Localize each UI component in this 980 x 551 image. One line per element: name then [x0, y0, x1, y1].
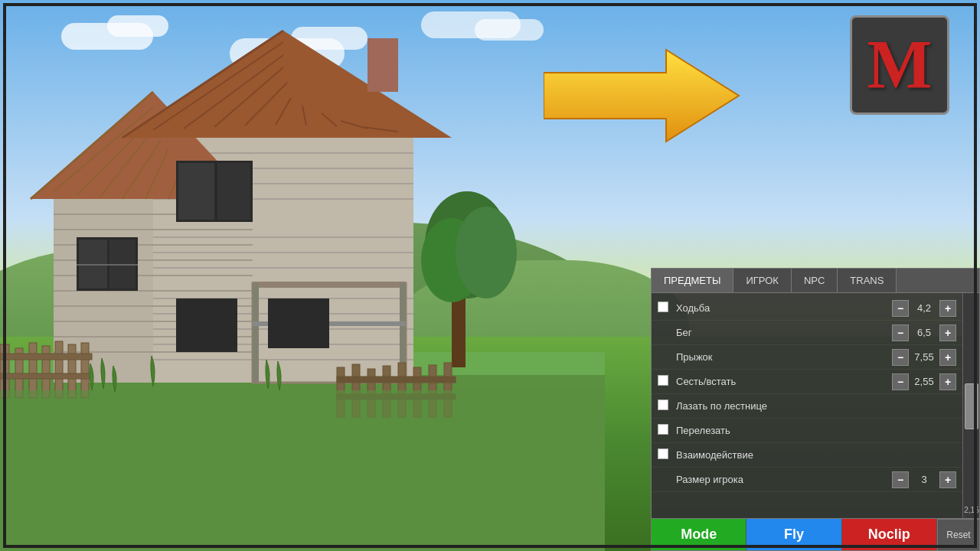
bottom-buttons-row: Mode Fly Noclip Reset	[652, 518, 979, 550]
plus-btn-run[interactable]: +	[939, 324, 956, 341]
svg-rect-58	[217, 163, 250, 220]
noclip-button[interactable]: Noclip	[842, 519, 937, 550]
param-row-sit: Сесть/встать−2,55+	[652, 370, 962, 394]
minus-btn-run[interactable]: −	[892, 324, 909, 341]
param-label-jump: Прыжок	[673, 351, 892, 363]
svg-point-65	[456, 207, 517, 298]
panel-content: Ходьба−4,2+Бег−6,5+Прыжок−7,55+Сесть/вст…	[652, 293, 962, 518]
svg-rect-66	[0, 344, 9, 398]
param-row-jump: Прыжок−7,55+	[652, 345, 962, 370]
arrow-svg	[544, 38, 743, 153]
svg-marker-86	[544, 50, 739, 142]
checkbox-ladder[interactable]	[658, 399, 668, 410]
plus-btn-sit[interactable]: +	[939, 373, 956, 390]
param-value-sit: 2,55	[909, 376, 939, 387]
svg-rect-57	[178, 163, 214, 220]
tab-trans[interactable]: TRANS	[838, 269, 897, 292]
svg-rect-49	[253, 283, 259, 383]
svg-rect-83	[337, 377, 456, 383]
svg-rect-72	[81, 343, 89, 398]
param-row-interact: Взаимодействие	[652, 443, 962, 468]
checkbox-walking[interactable]	[658, 302, 668, 312]
param-value-jump: 7,55	[909, 351, 939, 363]
tab-igrok[interactable]: ИГРОК	[733, 269, 791, 292]
plus-btn-size[interactable]: +	[939, 471, 956, 488]
param-row-ladder: Лазать по лестнице	[652, 394, 962, 419]
param-row-walking: Ходьба−4,2+	[652, 296, 962, 321]
checkbox-sit[interactable]	[658, 375, 668, 386]
svg-marker-36	[122, 31, 452, 138]
logo-box: M	[850, 15, 949, 115]
checkbox-interact[interactable]	[658, 448, 668, 459]
tab-npc[interactable]: NPC	[792, 269, 838, 292]
svg-rect-70	[55, 341, 63, 398]
param-row-run: Бег−6,5+	[652, 321, 962, 345]
svg-rect-68	[29, 343, 37, 398]
plus-btn-jump[interactable]: +	[939, 349, 956, 366]
svg-rect-74	[0, 373, 92, 379]
minus-btn-sit[interactable]: −	[892, 373, 909, 390]
svg-rect-59	[176, 298, 237, 352]
fly-button[interactable]: Fly	[746, 519, 841, 550]
param-row-size: Размер игрока−3+	[652, 468, 962, 492]
param-value-size: 3	[909, 474, 939, 485]
reset-button[interactable]: Reset	[937, 519, 979, 550]
settings-panel: ПРЕДМЕТЫ ИГРОК NPC TRANS Ходьба−4,2+Бег−…	[651, 268, 980, 551]
param-value-walking: 4,2	[909, 302, 939, 314]
param-label-size: Размер игрока	[673, 474, 892, 485]
scrollbar-track[interactable]: 2,15	[962, 293, 979, 518]
param-value-run: 6,5	[909, 327, 939, 338]
param-label-ladder: Лазать по лестнице	[673, 400, 956, 412]
tab-predmety[interactable]: ПРЕДМЕТЫ	[652, 269, 733, 292]
scrollbar-thumb[interactable]	[965, 383, 978, 429]
param-row-climb: Перелезать	[652, 419, 962, 443]
svg-rect-61	[368, 38, 398, 92]
arrow-container	[544, 38, 743, 153]
svg-rect-48	[253, 282, 406, 288]
scrollbar-value: 2,15	[963, 506, 979, 514]
house-scene	[0, 0, 605, 551]
param-label-interact: Взаимодействие	[673, 449, 956, 461]
tabs-row: ПРЕДМЕТЫ ИГРОК NPC TRANS	[652, 269, 979, 293]
mode-button[interactable]: Mode	[652, 519, 746, 550]
svg-rect-73	[0, 354, 92, 360]
app: M ПРЕДМЕТЫ ИГРОК NPC TRANS Ходьба−4,2+Бе…	[0, 0, 980, 551]
minus-btn-size[interactable]: −	[892, 471, 909, 488]
param-label-sit: Сесть/встать	[673, 376, 892, 387]
checkbox-climb[interactable]	[658, 424, 668, 435]
minus-btn-walking[interactable]: −	[892, 300, 909, 317]
param-label-walking: Ходьба	[673, 302, 892, 314]
svg-rect-60	[268, 298, 329, 348]
panel-content-wrap: Ходьба−4,2+Бег−6,5+Прыжок−7,55+Сесть/вст…	[652, 293, 979, 518]
minus-btn-jump[interactable]: −	[892, 349, 909, 366]
param-label-climb: Перелезать	[673, 425, 956, 436]
plus-btn-walking[interactable]: +	[939, 300, 956, 317]
svg-rect-71	[68, 344, 76, 398]
param-label-run: Бег	[673, 327, 892, 338]
svg-rect-85	[0, 390, 605, 551]
logo-letter: M	[867, 31, 933, 99]
